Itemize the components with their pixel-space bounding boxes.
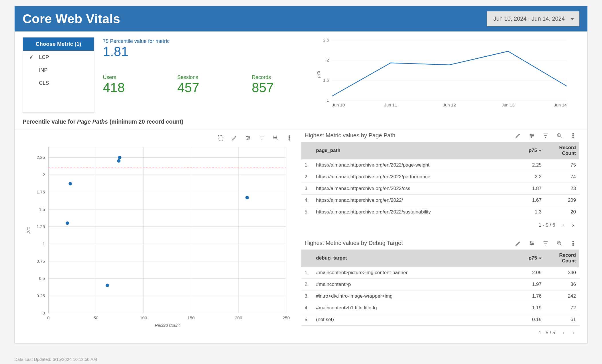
more-icon[interactable] (570, 132, 577, 139)
pencil-icon[interactable] (231, 134, 238, 141)
debug-target-table: Highest Metric values by Debug Target (301, 239, 579, 338)
table1-toolbar (515, 131, 579, 142)
table-title: Highest Metric values by Page Path (301, 132, 396, 142)
p75-line-chart[interactable]: 11.522.5Jun 10Jun 11Jun 12Jun 13Jun 14p7… (315, 37, 573, 112)
section-title: Percentile value for Page Paths (minimum… (15, 116, 587, 127)
table2-toolbar (515, 239, 579, 250)
page-path-table: Highest Metric values by Page Path (301, 131, 579, 230)
pager-prev[interactable]: ‹ (562, 329, 564, 337)
svg-text:Jun 11: Jun 11 (384, 102, 397, 107)
svg-point-60 (66, 221, 69, 225)
pager-prev[interactable]: ‹ (562, 221, 564, 229)
col-page-path[interactable]: page_path (313, 142, 513, 159)
pager-next[interactable]: › (572, 221, 574, 229)
filter-icon[interactable] (542, 132, 549, 139)
table-row[interactable]: 2.#maincontent>p1.9736 (301, 279, 579, 290)
svg-text:Jun 10: Jun 10 (332, 102, 345, 107)
svg-text:0: 0 (47, 315, 50, 320)
svg-text:1.75: 1.75 (37, 189, 45, 194)
svg-text:0.25: 0.25 (37, 293, 45, 298)
sliders-icon[interactable] (528, 240, 535, 247)
pencil-icon[interactable] (515, 132, 522, 139)
svg-text:1.5: 1.5 (323, 78, 329, 82)
zoom-icon[interactable] (272, 134, 279, 141)
svg-point-70 (573, 137, 574, 138)
col-record-count[interactable]: Record Count (545, 142, 579, 159)
svg-text:0: 0 (43, 310, 45, 315)
svg-text:250: 250 (282, 315, 290, 320)
table2-pager: 1 - 5 / 5 ‹ › (301, 326, 579, 338)
pencil-icon[interactable] (515, 240, 522, 247)
table1-pager: 1 - 5 / 6 ‹ › (301, 218, 579, 230)
metric-option-label: CLS (39, 80, 49, 86)
table-row[interactable]: 5.https://almanac.httparchive.org/en/202… (301, 206, 579, 218)
svg-rect-14 (218, 136, 223, 141)
more-icon[interactable] (570, 240, 577, 247)
filter-icon[interactable] (258, 134, 265, 141)
pager-next[interactable]: › (572, 329, 574, 337)
svg-text:p75: p75 (26, 227, 30, 234)
pager-range: 1 - 5 / 5 (539, 330, 555, 336)
sessions-label: Sessions (177, 74, 223, 80)
svg-text:1.25: 1.25 (37, 224, 45, 229)
svg-point-56 (118, 156, 121, 159)
metric-option-lcp[interactable]: LCP (23, 51, 94, 64)
records-value: 857 (252, 80, 298, 95)
svg-text:2: 2 (43, 172, 45, 177)
svg-point-21 (289, 139, 290, 141)
col-p75[interactable]: p75 (506, 250, 545, 267)
svg-text:50: 50 (94, 315, 99, 320)
zoom-icon[interactable] (556, 132, 563, 139)
svg-text:2.25: 2.25 (37, 155, 45, 160)
sliders-icon[interactable] (528, 132, 535, 139)
p75-value: 1.81 (103, 44, 298, 59)
zoom-icon[interactable] (556, 240, 563, 247)
p75-label: 75 Percentile value for metric (103, 38, 298, 44)
svg-text:Jun 14: Jun 14 (554, 102, 567, 107)
table-row[interactable]: 4.https://almanac.httparchive.org/en/202… (301, 195, 579, 206)
more-icon[interactable] (286, 134, 293, 141)
svg-point-19 (289, 136, 290, 137)
svg-text:0.75: 0.75 (37, 259, 45, 264)
table-row[interactable]: 4.#maincontent>h1.title.title-lg1.1972 (301, 302, 579, 314)
table-row[interactable]: 1.https://almanac.httparchive.org/en/202… (301, 159, 579, 171)
svg-text:Record Count: Record Count (155, 323, 180, 328)
data-last-updated: Data Last Updated: 6/15/2024 10:12:50 AM (14, 357, 97, 362)
col-record-count[interactable]: Record Count (545, 250, 579, 267)
svg-point-58 (68, 182, 72, 185)
metric-option-inp[interactable]: INP (23, 64, 94, 77)
date-range-label: Jun 10, 2024 - Jun 14, 2024 (493, 15, 565, 22)
metric-option-label: LCP (39, 54, 49, 60)
svg-rect-54 (48, 147, 286, 313)
svg-text:1: 1 (43, 241, 45, 246)
table-title: Highest Metric values by Debug Target (301, 239, 403, 249)
svg-text:1: 1 (327, 98, 329, 102)
svg-point-75 (573, 241, 574, 242)
filter-icon[interactable] (542, 240, 549, 247)
col-debug-target[interactable]: debug_target (313, 250, 506, 267)
svg-point-61 (106, 284, 109, 287)
svg-text:200: 200 (235, 315, 242, 320)
svg-point-69 (573, 135, 574, 136)
metric-option-cls[interactable]: CLS (23, 77, 94, 90)
date-range-picker[interactable]: Jun 10, 2024 - Jun 14, 2024 (487, 11, 579, 26)
table-row[interactable]: 1.#maincontent>picture>img.content-banne… (301, 267, 579, 279)
table-row[interactable]: 3.https://almanac.httparchive.org/en/202… (301, 183, 579, 195)
table-row[interactable]: 2.https://almanac.httparchive.org/en/202… (301, 171, 579, 183)
col-p75[interactable]: p75 (512, 142, 545, 159)
svg-text:p75: p75 (316, 71, 321, 78)
table-row[interactable]: 3.#intro>div.intro-image-wrapper>img1.76… (301, 290, 579, 302)
sessions-value: 457 (177, 80, 223, 95)
svg-text:Jun 13: Jun 13 (501, 102, 514, 107)
select-rect-icon[interactable] (217, 134, 224, 141)
report-header: Core Web Vitals Jun 10, 2024 - Jun 14, 2… (15, 6, 587, 31)
svg-point-68 (573, 133, 574, 134)
svg-text:1.5: 1.5 (39, 207, 45, 212)
sliders-icon[interactable] (245, 134, 251, 141)
scatter-toolbar (23, 133, 296, 144)
svg-point-77 (573, 245, 574, 246)
table-row[interactable]: 5.(not set)0.1961 (301, 314, 579, 326)
check-icon (29, 54, 35, 60)
scatter-chart[interactable]: 00.250.50.7511.251.51.7522.2505010015020… (23, 144, 292, 330)
svg-point-20 (289, 137, 290, 139)
